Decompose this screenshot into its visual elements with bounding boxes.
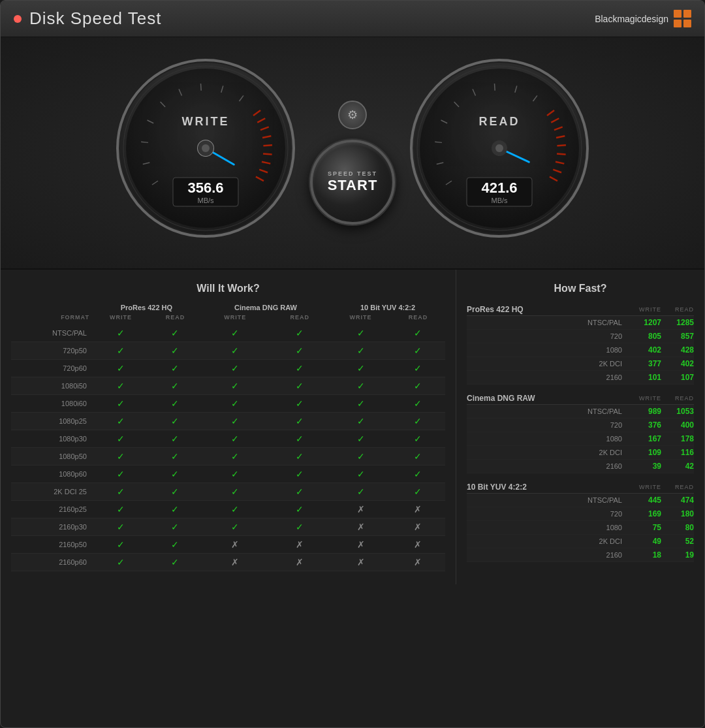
hf-col-label: READ <box>661 395 694 402</box>
check-icon: ✓ <box>171 381 179 391</box>
check-icon: ✓ <box>296 416 304 426</box>
hf-data-row: 21601819 <box>467 548 694 562</box>
wiw-value-cell: ✓ <box>92 466 149 483</box>
wiw-value-cell: ✓ <box>391 483 445 501</box>
hf-codec-header: Cinema DNG RAWWRITEREAD <box>467 391 694 405</box>
wiw-value-cell: ✓ <box>270 360 331 377</box>
will-it-work-body: NTSC/PAL✓✓✓✓✓✓720p50✓✓✓✓✓✓720p60✓✓✓✓✓✓10… <box>11 324 445 571</box>
hf-write-cell: 402 <box>629 345 661 355</box>
center-controls: ⚙ SPEED TEST START <box>310 101 395 225</box>
hf-format-cell: 2K DCI <box>467 449 629 456</box>
hf-read-cell: 474 <box>661 496 694 505</box>
title-bar: Disk Speed Test Blackmagicdesign <box>1 1 704 37</box>
read-label: READ <box>478 115 520 128</box>
close-button[interactable] <box>14 15 22 23</box>
app-window: Disk Speed Test Blackmagicdesign <box>0 0 705 728</box>
check-icon: ✓ <box>357 345 365 356</box>
wiw-value-cell: ✗ <box>270 536 331 554</box>
check-icon: ✓ <box>357 328 365 338</box>
wiw-value-cell: ✓ <box>330 483 391 501</box>
hf-format-cell: 2K DCI <box>467 537 629 545</box>
prores-write-label: WRITE <box>92 313 149 324</box>
wiw-value-cell: ✓ <box>92 413 149 430</box>
check-icon: ✓ <box>231 504 239 514</box>
wiw-value-cell: ✓ <box>391 430 445 448</box>
hf-codec-header: ProRes 422 HQWRITEREAD <box>467 302 694 316</box>
format-sub-label: FORMAT <box>11 313 92 324</box>
check-icon: ✓ <box>231 451 239 462</box>
wiw-value-cell: ✓ <box>92 342 149 360</box>
wiw-value-cell: ✓ <box>270 413 331 430</box>
check-icon: ✓ <box>117 416 125 426</box>
wiw-format-cell: 720p60 <box>11 360 92 377</box>
check-icon: ✓ <box>171 451 179 462</box>
hf-write-cell: 167 <box>629 434 661 443</box>
wiw-value-cell: ✓ <box>149 466 201 483</box>
check-icon: ✓ <box>296 328 304 338</box>
brand-sq-2 <box>683 10 691 18</box>
hf-codec-name: ProRes 422 HQ <box>467 305 524 314</box>
check-icon: ✓ <box>414 416 422 426</box>
wiw-value-cell: ✓ <box>92 430 149 448</box>
wiw-row: 1080p60✓✓✓✓✓✓ <box>11 466 445 483</box>
wiw-value-cell: ✓ <box>201 466 270 483</box>
cross-icon: ✗ <box>231 557 239 567</box>
check-icon: ✓ <box>296 363 304 373</box>
check-icon: ✓ <box>414 381 422 391</box>
hf-data-row: 2K DCI109116 <box>467 446 694 460</box>
wiw-value-cell: ✓ <box>201 395 270 413</box>
brand-logo: Blackmagicdesign <box>595 10 691 27</box>
hf-col-label: WRITE <box>629 484 661 490</box>
hf-format-cell: 1080 <box>467 346 629 354</box>
hf-data-row: NTSC/PAL9891053 <box>467 405 694 419</box>
start-button[interactable]: SPEED TEST START <box>310 140 395 225</box>
check-icon: ✓ <box>171 486 179 497</box>
hf-read-cell: 116 <box>661 448 694 457</box>
gear-button[interactable]: ⚙ <box>338 101 367 129</box>
hf-col-label: WRITE <box>629 306 661 313</box>
wiw-value-cell: ✓ <box>149 554 201 571</box>
wiw-value-cell: ✗ <box>330 518 391 536</box>
hf-format-cell: 2160 <box>467 551 629 559</box>
wiw-value-cell: ✓ <box>201 342 270 360</box>
svg-point-53 <box>495 144 503 152</box>
title-bar-left: Disk Speed Test <box>14 8 161 29</box>
will-it-work-panel: Will It Work? ProRes 422 HQ Cinema DNG R… <box>1 270 456 584</box>
wiw-value-cell: ✓ <box>201 413 270 430</box>
hf-data-row: 2K DCI4952 <box>467 535 694 548</box>
hf-write-cell: 169 <box>629 509 661 518</box>
check-icon: ✓ <box>414 363 422 373</box>
check-icon: ✓ <box>117 469 125 479</box>
wiw-value-cell: ✓ <box>149 324 201 342</box>
hf-read-cell: 42 <box>661 462 694 471</box>
cross-icon: ✗ <box>414 557 422 567</box>
wiw-value-cell: ✓ <box>149 536 201 554</box>
check-icon: ✓ <box>117 451 125 462</box>
wiw-value-cell: ✗ <box>391 536 445 554</box>
check-icon: ✓ <box>296 381 304 391</box>
hf-format-cell: NTSC/PAL <box>467 319 629 326</box>
brand-name: Blackmagicdesign <box>595 14 668 24</box>
will-it-work-title: Will It Work? <box>11 283 445 294</box>
check-icon: ✓ <box>171 398 179 409</box>
check-icon: ✓ <box>357 486 365 497</box>
wiw-row: 720p60✓✓✓✓✓✓ <box>11 360 445 377</box>
wiw-value-cell: ✓ <box>270 430 331 448</box>
wiw-value-cell: ✗ <box>330 501 391 518</box>
check-icon: ✓ <box>171 539 179 550</box>
wiw-format-cell: 2160p25 <box>11 501 92 518</box>
wiw-format-cell: 1080p30 <box>11 430 92 448</box>
check-icon: ✓ <box>171 345 179 356</box>
wiw-value-cell: ✓ <box>201 324 270 342</box>
hf-codec-name: Cinema DNG RAW <box>467 394 535 403</box>
app-title: Disk Speed Test <box>29 8 161 29</box>
wiw-value-cell: ✓ <box>270 466 331 483</box>
wiw-value-cell: ✓ <box>330 377 391 395</box>
wiw-value-cell: ✗ <box>330 554 391 571</box>
wiw-value-cell: ✓ <box>270 518 331 536</box>
hf-read-cell: 1285 <box>661 318 694 327</box>
wiw-value-cell: ✓ <box>391 360 445 377</box>
hf-write-cell: 101 <box>629 373 661 382</box>
hf-write-cell: 75 <box>629 523 661 532</box>
brand-sq-3 <box>674 20 682 27</box>
